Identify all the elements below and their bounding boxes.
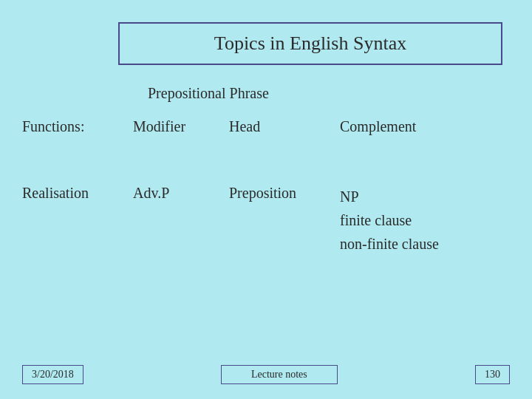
preposition-label: Preposition [229,185,340,202]
subtitle: Prepositional Phrase [148,85,269,102]
np-group: NP finite clause non-finite clause [340,185,439,256]
slide-title: Topics in English Syntax [214,33,406,54]
footer-page: 130 [475,365,510,384]
modifier-label: Modifier [133,118,229,135]
complement-label: Complement [340,118,416,135]
footer-date: 3/20/2018 [22,365,83,384]
footer: 3/20/2018 Lecture notes 130 [22,365,510,384]
footer-center: Lecture notes [221,365,338,384]
realisation-label: Realisation [22,185,133,202]
functions-row: Functions: Modifier Head Complement [22,118,510,135]
functions-label: Functions: [22,118,133,135]
realisation-row: Realisation Adv.P Preposition NP finite … [22,185,510,256]
title-box: Topics in English Syntax [118,22,502,65]
advp-label: Adv.P [133,185,229,202]
np-item-2: non-finite clause [340,232,439,256]
slide-container: Topics in English Syntax Prepositional P… [0,0,532,399]
np-item-1: finite clause [340,208,439,232]
np-item-0: NP [340,185,439,208]
head-label: Head [229,118,340,135]
